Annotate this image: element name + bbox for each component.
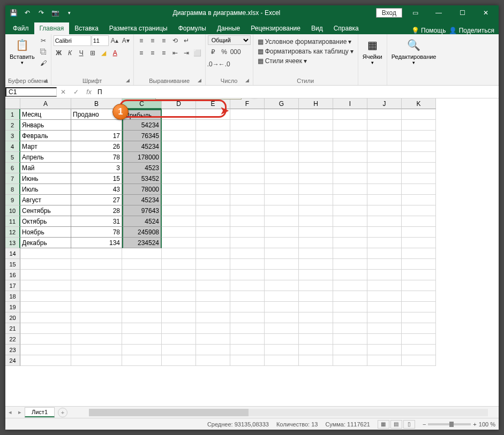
tab-file[interactable]: Файл [7,22,34,34]
row-header-8[interactable]: 8 [5,184,20,195]
tab-page-layout[interactable]: Разметка страницы [104,22,173,34]
tab-insert[interactable]: Вставка [69,22,104,34]
tab-formulas[interactable]: Формулы [173,22,212,34]
col-header-D[interactable]: D [162,98,196,109]
merge-icon[interactable]: ⬜ [192,48,203,58]
cell[interactable] [230,131,265,141]
cell[interactable] [402,163,436,173]
add-sheet-button[interactable]: + [58,408,67,417]
cell[interactable] [367,238,402,248]
cell[interactable] [265,345,299,355]
align-right-icon[interactable]: ≡ [159,48,169,58]
cell[interactable] [333,323,367,334]
tab-data[interactable]: Данные [212,22,245,34]
cell[interactable] [299,184,333,195]
cell-styles-button[interactable]: ▦ Стили ячеек ▾ [255,57,309,65]
cell[interactable] [402,184,436,195]
row-header-15[interactable]: 15 [5,259,20,270]
cell[interactable] [162,173,196,184]
cell[interactable]: 26 [71,141,122,152]
cell[interactable] [162,109,196,120]
row-header-24[interactable]: 24 [5,355,20,366]
view-page-layout-icon[interactable]: ▤ [390,420,402,429]
cell[interactable]: 76345 [122,131,162,141]
cell[interactable] [162,195,196,205]
cell[interactable] [162,163,196,173]
cell[interactable] [402,259,436,270]
paste-button[interactable]: 📋 Вставить ▾ [7,35,37,66]
row-header-13[interactable]: 13 [5,238,20,248]
font-size-select[interactable] [92,35,109,46]
cell[interactable] [230,109,265,120]
cell[interactable] [299,291,333,302]
cell[interactable] [162,152,196,163]
cell[interactable] [230,270,265,280]
cell[interactable] [367,345,402,355]
cell[interactable] [333,184,367,195]
cell[interactable]: 45234 [122,195,162,205]
cell[interactable]: Месяц [20,109,71,120]
cell[interactable] [162,205,196,216]
cell[interactable] [299,173,333,184]
align-bottom-icon[interactable]: ≡ [159,35,169,46]
cell[interactable] [333,109,367,120]
login-button[interactable]: Вход [376,8,402,18]
editing-button[interactable]: 🔍 Редактирование ▾ [389,35,439,66]
cell[interactable] [122,291,162,302]
cell[interactable] [71,345,122,355]
cell[interactable] [402,238,436,248]
cell[interactable] [367,109,402,120]
row-header-19[interactable]: 19 [5,302,20,312]
cell[interactable] [196,238,230,248]
cell[interactable] [299,334,333,345]
cell[interactable]: Апрель [20,152,71,163]
row-header-12[interactable]: 12 [5,227,20,238]
cell[interactable] [333,195,367,205]
cell[interactable] [122,259,162,270]
sheet-nav-next[interactable]: ▸ [15,409,25,416]
cell[interactable] [299,345,333,355]
row-header-18[interactable]: 18 [5,291,20,302]
fill-color-icon[interactable]: ◢ [99,48,109,58]
cell[interactable] [162,238,196,248]
cell[interactable] [122,248,162,259]
increase-font-icon[interactable]: A▴ [109,35,120,46]
font-name-select[interactable] [54,35,91,46]
cell[interactable] [367,227,402,238]
cell[interactable]: Январь [20,120,71,131]
cell[interactable] [71,248,122,259]
cell[interactable] [367,195,402,205]
cell[interactable] [402,334,436,345]
cell[interactable] [71,120,122,131]
zoom-out-button[interactable]: − [423,421,426,428]
cell[interactable] [265,323,299,334]
cell[interactable] [299,141,333,152]
row-header-23[interactable]: 23 [5,345,20,355]
tab-review[interactable]: Рецензирование [245,22,306,34]
cell[interactable] [367,355,402,366]
cell[interactable] [230,184,265,195]
cell[interactable] [230,120,265,131]
cell[interactable] [367,334,402,345]
cell[interactable] [265,270,299,280]
cell[interactable] [402,291,436,302]
cell[interactable] [20,334,71,345]
alignment-launcher[interactable]: ◢ [197,78,203,84]
cell[interactable] [367,163,402,173]
cell[interactable] [265,227,299,238]
cell[interactable] [367,291,402,302]
row-header-11[interactable]: 11 [5,216,20,227]
cell[interactable] [20,280,71,291]
cell[interactable] [333,173,367,184]
cell[interactable] [20,323,71,334]
cell[interactable] [265,163,299,173]
cell[interactable] [333,205,367,216]
cell[interactable]: Август [20,195,71,205]
cell[interactable] [230,216,265,227]
cell[interactable]: Март [20,141,71,152]
cell[interactable] [402,173,436,184]
format-painter-icon[interactable]: 🖌 [38,58,49,68]
cell[interactable] [333,355,367,366]
redo-icon[interactable]: ↷ [36,8,46,18]
cell[interactable] [196,355,230,366]
